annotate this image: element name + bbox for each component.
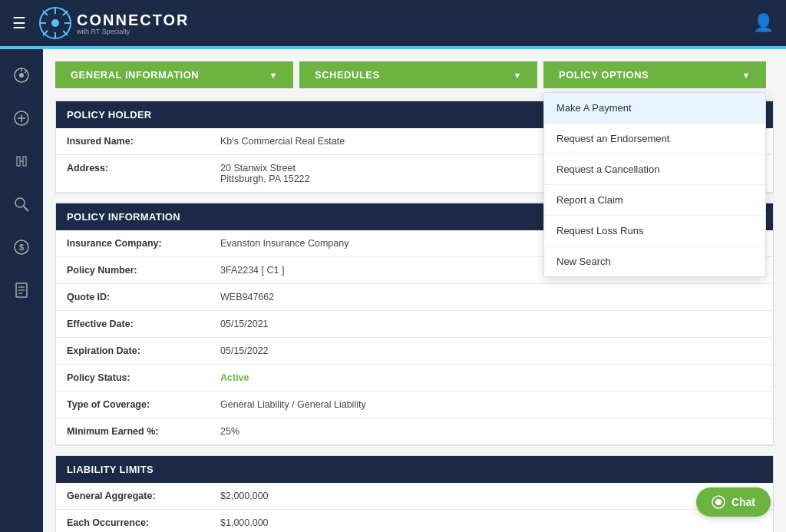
hamburger-menu[interactable]: ☰ — [12, 14, 26, 32]
effective-date-value: 05/15/2021 — [220, 319, 269, 329]
effective-date-row: Effective Date: 05/15/2021 — [56, 311, 773, 338]
svg-point-11 — [19, 73, 24, 78]
svg-point-29 — [715, 499, 722, 505]
min-earned-row: Minimum Earned %: 25% — [56, 418, 773, 445]
policy-options-dropdown: Make A Payment Request an Endorsement Re… — [543, 92, 766, 277]
quote-id-row: Quote ID: WEB947662 — [56, 284, 773, 311]
schedules-label: SCHEDULES — [315, 69, 380, 81]
insurance-company-label: Insurance Company: — [67, 238, 220, 249]
general-aggregate-value: $2,000,000 — [220, 491, 269, 501]
dropdown-new-search[interactable]: New Search — [544, 246, 765, 276]
insured-name-label: Insured Name: — [67, 136, 220, 147]
expiration-date-row: Expiration Date: 05/15/2022 — [56, 338, 773, 365]
insurance-company-value: Evanston Insurance Company — [220, 238, 348, 249]
logo-area: THE CONNECTOR with RT Specialty — [38, 6, 190, 40]
svg-point-1 — [51, 19, 59, 27]
min-earned-value: 25% — [220, 426, 239, 437]
effective-date-label: Effective Date: — [67, 319, 220, 329]
svg-line-13 — [25, 71, 27, 73]
sidebar-billing-icon[interactable]: $ — [8, 233, 35, 261]
sidebar-reports-icon[interactable] — [8, 276, 35, 304]
liability-limits-header: LIABILITY LIMITS — [56, 456, 773, 483]
address-value: 20 Stanwix StreetPittsburgh, PA 15222 — [220, 163, 310, 184]
each-occurrence-row: Each Occurrence: $1,000,000 — [56, 510, 773, 532]
policy-status-label: Policy Status: — [67, 372, 220, 383]
general-info-arrow: ▼ — [269, 71, 278, 80]
quote-id-value: WEB947662 — [220, 292, 274, 302]
sidebar: $ — [0, 49, 43, 532]
liability-limits-section: LIABILITY LIMITS General Aggregate: $2,0… — [55, 455, 774, 532]
logo-text-area: THE CONNECTOR with RT Specialty — [77, 12, 190, 35]
policy-status-value: Active — [220, 372, 249, 383]
expiration-date-value: 05/15/2022 — [220, 345, 269, 356]
main-content: GENERAL INFORMATION ▼ SCHEDULES ▼ POLICY… — [43, 49, 786, 532]
schedules-button[interactable]: SCHEDULES ▼ — [299, 61, 537, 88]
logo-icon — [38, 6, 72, 40]
type-of-coverage-value: General Liability / General Liability — [220, 399, 366, 410]
dropdown-endorsement[interactable]: Request an Endorsement — [544, 124, 765, 154]
expiration-date-label: Expiration Date: — [67, 345, 220, 356]
sidebar-search-icon[interactable] — [8, 190, 35, 218]
min-earned-label: Minimum Earned %: — [67, 426, 220, 437]
svg-rect-17 — [17, 157, 20, 166]
insured-name-value: Kb's Commercial Real Estate — [220, 136, 345, 147]
dropdown-claim[interactable]: Report a Claim — [544, 185, 765, 216]
each-occurrence-value: $1,000,000 — [220, 517, 269, 528]
user-profile-icon[interactable]: 👤 — [753, 13, 774, 33]
policy-options-button[interactable]: POLICY OPTIONS ▼ — [543, 61, 766, 88]
logo-connector: CONNECTOR — [77, 12, 190, 29]
each-occurrence-label: Each Occurrence: — [67, 517, 220, 528]
general-info-label: GENERAL INFORMATION — [71, 69, 199, 81]
logo-main-text: THE CONNECTOR — [77, 12, 190, 29]
chat-icon — [712, 495, 725, 509]
type-of-coverage-label: Type of Coverage: — [67, 399, 220, 410]
general-info-button[interactable]: GENERAL INFORMATION ▼ — [55, 61, 293, 88]
dropdown-cancellation[interactable]: Request a Cancellation — [544, 154, 765, 185]
svg-line-21 — [24, 207, 28, 211]
schedules-arrow: ▼ — [514, 71, 522, 80]
top-nav: ☰ THE CONNECTOR with RT Special — [0, 0, 786, 46]
nav-left: ☰ THE CONNECTOR with RT Special — [12, 6, 190, 40]
svg-rect-18 — [23, 157, 26, 166]
quote-id-label: Quote ID: — [67, 292, 220, 302]
svg-point-20 — [15, 198, 25, 207]
sidebar-add-icon[interactable] — [8, 104, 35, 132]
policy-options-wrapper: POLICY OPTIONS ▼ Make A Payment Request … — [537, 61, 766, 88]
policy-options-arrow: ▼ — [742, 71, 751, 80]
policy-number-label: Policy Number: — [67, 265, 220, 276]
accent-bar — [0, 46, 786, 49]
general-aggregate-label: General Aggregate: — [67, 491, 220, 501]
sidebar-dashboard-icon[interactable] — [8, 61, 35, 89]
svg-text:$: $ — [19, 243, 24, 252]
policy-options-label: POLICY OPTIONS — [559, 69, 649, 81]
dropdown-make-payment[interactable]: Make A Payment — [544, 93, 765, 124]
general-aggregate-row: General Aggregate: $2,000,000 — [56, 483, 773, 510]
policy-number-value: 3FA2234 [ C1 ] — [220, 265, 284, 276]
chat-button[interactable]: Chat — [696, 487, 771, 517]
section-headers: GENERAL INFORMATION ▼ SCHEDULES ▼ POLICY… — [55, 61, 774, 88]
address-label: Address: — [67, 163, 220, 184]
sidebar-tools-icon[interactable] — [8, 147, 35, 175]
type-of-coverage-row: Type of Coverage: General Liability / Ge… — [56, 392, 773, 418]
dropdown-loss-runs[interactable]: Request Loss Runs — [544, 216, 765, 246]
chat-label: Chat — [732, 496, 755, 508]
policy-status-row: Policy Status: Active — [56, 365, 773, 392]
